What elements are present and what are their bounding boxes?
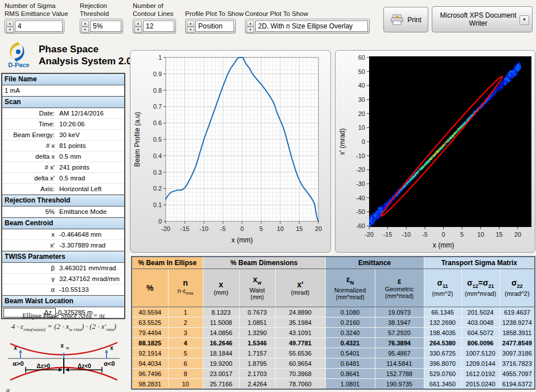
table-cell: 10 xyxy=(168,379,203,390)
svg-text:20: 20 xyxy=(358,110,365,117)
printer-select[interactable]: Microsoft XPS Document Writer ▼ xyxy=(432,6,533,32)
arrow-right-icon xyxy=(59,368,63,372)
table-column-header: σ11(mm^2) xyxy=(424,269,461,307)
spin-down-icon[interactable]: ▼ xyxy=(81,27,89,33)
table-cell: 0.1080 xyxy=(325,307,375,317)
print-button-label: Print xyxy=(407,16,422,24)
table-cell: 11.5008 xyxy=(203,317,239,328)
svg-text:-10: -10 xyxy=(199,225,208,232)
table-row[interactable]: 96.7496823.00172.170370.39680.8641152.77… xyxy=(132,369,535,379)
table-cell: 201.5024 xyxy=(461,307,500,317)
info-label: # x' xyxy=(2,164,59,171)
svg-text:20: 20 xyxy=(514,231,521,238)
label-line: Rejection xyxy=(80,2,125,10)
table-cell: 1.8795 xyxy=(239,358,275,369)
profile-plot-select: Profile Plot To Show ▲▼ Position xyxy=(185,2,253,34)
spin-down-icon[interactable]: ▼ xyxy=(187,27,194,33)
info-value: AM 12/14/2016 xyxy=(59,110,124,117)
table-cell: 2.4264 xyxy=(239,379,275,390)
rejection-threshold-label: Rejection Threshold xyxy=(80,2,125,18)
results-table: % Beam In Ellipse% Beam DimensionsEmitta… xyxy=(131,256,535,390)
table-cell: 264.5380 xyxy=(424,338,461,348)
table-cell: 114.5841 xyxy=(375,358,424,369)
profile-plot-value[interactable]: Position xyxy=(195,20,234,32)
svg-text:-20: -20 xyxy=(356,166,365,173)
table-row[interactable]: 88.1825416.26461.534649.77810.432176.389… xyxy=(132,338,535,348)
info-row: x'-3.307889 mrad xyxy=(2,240,124,251)
info-label: delta x' xyxy=(2,175,59,181)
spin-up-icon[interactable]: ▲ xyxy=(6,20,14,27)
table-row[interactable]: 98.28311025.71662.426478.70601.0801190.9… xyxy=(132,379,535,390)
table-row[interactable]: 92.1914518.18441.715755.65360.540195.486… xyxy=(132,348,535,358)
formula-block: Ellipse Phase Space Area = πε 4 · εrms(w… xyxy=(0,312,128,332)
table-cell: 35.1984 xyxy=(275,317,325,328)
svg-text:30: 30 xyxy=(358,96,365,103)
info-value: -10.55133 xyxy=(59,286,124,293)
table-row[interactable]: 40.559418.13230.767324.88900.108019.0973… xyxy=(132,307,535,317)
svg-text:0: 0 xyxy=(158,218,162,225)
spin-up-icon[interactable]: ▲ xyxy=(247,20,254,27)
table-cell: 66.1345 xyxy=(424,307,461,317)
table-cell: 98.2831 xyxy=(132,379,168,390)
table-group-header: % Beam In Ellipse xyxy=(132,257,203,269)
svg-text:60: 60 xyxy=(358,54,365,61)
table-cell: 19.9200 xyxy=(203,358,239,369)
svg-text:5: 5 xyxy=(259,225,263,232)
info-value: -3.307889 mrad xyxy=(59,242,124,249)
alpha-negative-label: α<0 xyxy=(104,360,114,367)
sigma-emittance-box[interactable]: ▲▼ 4 xyxy=(5,19,64,34)
xw-label-sub: w xyxy=(66,346,69,350)
spin-down-icon[interactable]: ▼ xyxy=(6,27,14,33)
table-cell: 198.4035 xyxy=(424,328,461,338)
sigma-emittance-value[interactable]: 4 xyxy=(15,20,63,32)
table-cell: 4 xyxy=(168,338,203,348)
table-group-header: % Beam Dimensions xyxy=(203,257,325,269)
contour-plot-box[interactable]: ▲▼ 2D, With n Size Ellipse Overlay xyxy=(245,19,370,34)
info-label: delta x xyxy=(2,153,59,160)
print-button[interactable]: Print xyxy=(383,7,428,32)
spin-up-icon[interactable]: ▲ xyxy=(81,20,89,27)
table-cell: 18.1844 xyxy=(203,348,239,358)
section-header: Scan xyxy=(2,96,124,108)
table-row[interactable]: 63.5525211.50081.085135.19840.216038.194… xyxy=(132,317,535,328)
spin-up-icon[interactable]: ▲ xyxy=(134,20,142,27)
dpace-logo-mark xyxy=(5,41,30,63)
table-cell: 396.8070 xyxy=(424,358,461,369)
rejection-threshold-value[interactable]: 5% xyxy=(90,20,121,32)
spin-up-icon[interactable]: ▲ xyxy=(187,20,194,27)
table-cell: 330.6725 xyxy=(424,348,461,358)
svg-text:-15: -15 xyxy=(383,231,392,238)
table-cell: 60.9654 xyxy=(275,358,325,369)
label-line: Threshold xyxy=(80,10,125,18)
table-row[interactable]: 79.4494314.08561.329043.10910.324057.292… xyxy=(132,328,535,338)
dpace-logo: D-Pace xyxy=(5,41,33,68)
table-cell: 14.0856 xyxy=(203,328,239,338)
info-value: 81 points xyxy=(59,142,124,149)
table-cell: 19.0973 xyxy=(375,307,424,317)
branding: D-Pace Phase Space Analysis System 2.0 xyxy=(5,41,132,68)
alpha-positive-label: α>0 xyxy=(13,360,23,367)
contour-lines-box[interactable]: ▲▼ 12 xyxy=(133,19,176,34)
spinner: ▲▼ xyxy=(134,20,142,32)
rejection-threshold-box[interactable]: ▲▼ 5% xyxy=(80,19,123,34)
spin-down-icon[interactable]: ▼ xyxy=(247,27,254,33)
dropdown-arrow-icon[interactable]: ▼ xyxy=(519,15,529,25)
table-row[interactable]: 94.4034619.92001.879560.96540.6481114.58… xyxy=(132,358,535,369)
table-cell: 132.2690 xyxy=(424,317,461,328)
table-column-header: εNNormalized(mm*mrad) xyxy=(325,269,375,307)
info-row: 5%Emittance Mode xyxy=(2,207,124,217)
table-cell: 152.7788 xyxy=(375,369,424,379)
contour-lines-value[interactable]: 12 xyxy=(143,20,174,32)
table-cell: 1.3290 xyxy=(239,328,275,338)
info-row: delta x'0.5 mrad xyxy=(2,173,124,184)
contour-plot-value[interactable]: 2D, With n Size Ellipse Overlay xyxy=(255,20,368,32)
profile-plot-box[interactable]: ▲▼ Position xyxy=(185,19,236,34)
spin-down-icon[interactable]: ▼ xyxy=(134,27,142,33)
svg-text:40: 40 xyxy=(358,82,365,89)
svg-text:15: 15 xyxy=(496,231,502,238)
dpace-logo-text: D-Pace xyxy=(5,61,33,68)
svg-text:0.8: 0.8 xyxy=(153,87,162,94)
svg-text:-10: -10 xyxy=(356,152,365,159)
info-row: Date:AM 12/14/2016 xyxy=(2,108,124,119)
info-label: Date: xyxy=(2,110,59,117)
